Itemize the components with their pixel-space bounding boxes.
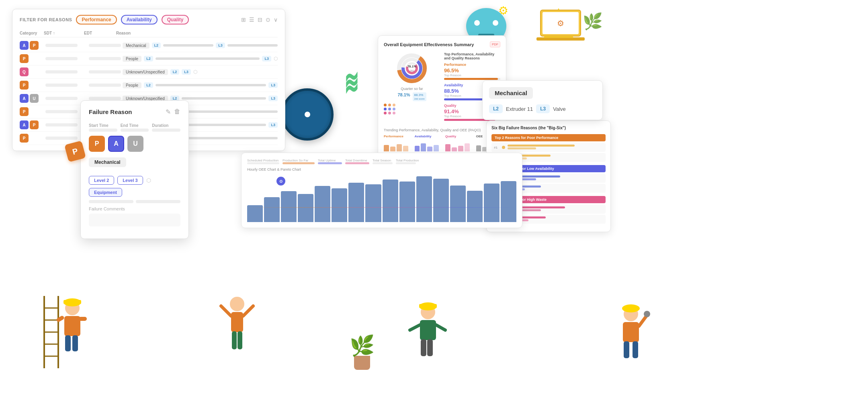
edt-bar [89, 84, 121, 87]
reason-people: People [123, 56, 141, 62]
chevron-down-icon[interactable]: ∨ [274, 16, 278, 23]
decorative-plant: 🌿 [350, 336, 375, 370]
performance-metric: Performance 96.5% Top Reason [444, 63, 500, 80]
filter-tag-availability[interactable]: Availability [121, 15, 158, 24]
perf-dot3 [393, 104, 395, 106]
chart-bar [484, 184, 500, 222]
table-icon[interactable]: ⊟ [258, 16, 262, 23]
sdt-bar [45, 70, 78, 73]
big-six-title: Six Big Failure Reasons (the "Big-Six") [491, 126, 606, 130]
dot-row-perf [384, 104, 440, 106]
badge-p: P [30, 120, 39, 129]
plant-pot [354, 356, 370, 370]
col-category: Category [20, 31, 44, 35]
sdt-bar [45, 123, 78, 126]
filter-tag-quality[interactable]: Quality [162, 15, 189, 24]
duration-bar [152, 129, 180, 132]
col-sdt[interactable]: SDT ↑ [44, 31, 76, 35]
filter-tag-performance[interactable]: Performance [76, 15, 117, 24]
settings-icon[interactable]: ⊙ [266, 16, 270, 23]
trend-section: Trending Performance, Availability, Qual… [384, 128, 500, 151]
svg-rect-10 [536, 37, 585, 41]
chart-bar [348, 183, 364, 222]
big-badge-p: P [89, 136, 105, 152]
chart-bar [315, 186, 330, 222]
duration-label: Duration [152, 123, 168, 128]
trend-bar [397, 144, 402, 151]
equipment-button[interactable]: Equipment [89, 188, 122, 197]
oee-job-score: 88.3%Job score [413, 92, 426, 101]
l2-bar [182, 97, 266, 100]
trend-bar [452, 147, 457, 151]
reason-people: People [123, 82, 141, 88]
oee-main-val: 78.1% [397, 92, 410, 101]
l3-badge: L3 [216, 43, 225, 48]
table-row: P People L2 L3 [20, 79, 278, 92]
tag-icon: ⬡ [146, 177, 151, 184]
sdt-bar [45, 44, 78, 47]
end-time-col: End Time [121, 121, 149, 132]
edt-bar [89, 70, 121, 73]
table-row: Q Unknown/Unspecified L2 L3 ⬡ [20, 65, 278, 79]
col-edt: EDT [84, 31, 116, 35]
perf-section-header: Top 2 Reasons for Poor Performance [491, 134, 606, 141]
level2-value-bar [89, 200, 133, 203]
svg-line-39 [410, 325, 420, 330]
comments-input[interactable] [89, 214, 180, 226]
chart-title: Hourly OEE Chart & Pareto Chart [247, 167, 516, 171]
popup-header: Failure Reason ✎ 🗑 [89, 108, 180, 116]
metric-uptime: Total Uptime [318, 159, 342, 164]
badge-p: P [20, 54, 29, 63]
l2-bar [156, 57, 260, 60]
pdf-badge[interactable]: PDF [490, 41, 500, 47]
popup-badges-row: P A U [89, 136, 180, 152]
row-badges: Q [20, 67, 44, 76]
level3-button[interactable]: Level 3 [117, 176, 143, 185]
trend-bar [434, 145, 439, 151]
trend-bar [415, 146, 420, 151]
start-time-label: Start Time [89, 123, 108, 128]
sdt-bar [45, 97, 78, 100]
l2-bar [156, 84, 266, 86]
l3-badge: L3 [268, 96, 278, 101]
svg-rect-35 [419, 304, 437, 308]
svg-rect-36 [420, 320, 436, 340]
robot-right-eye [493, 20, 498, 26]
time-row: Start Time End Time Duration [89, 121, 180, 132]
level2-button[interactable]: Level 2 [89, 176, 114, 185]
svg-rect-38 [427, 339, 433, 356]
l2-badge: L2 [152, 43, 161, 48]
svg-rect-44 [624, 341, 629, 358]
badge-u: U [30, 94, 39, 103]
trend-bar [465, 143, 470, 151]
table-header: Category SDT ↑ EDT Reason [20, 29, 278, 37]
sdt-bar [45, 137, 78, 140]
svg-text:78.1%: 78.1% [407, 65, 417, 68]
mechanical-tag: Mechanical [489, 87, 533, 99]
l2-badge: L2 [144, 56, 153, 61]
svg-text:⚙: ⚙ [557, 19, 564, 28]
perf-label: Performance [444, 63, 500, 67]
metric-production-so-far: Production So Far [283, 159, 315, 164]
edit-icon[interactable]: ✎ [166, 108, 171, 116]
badge-a: A [20, 94, 29, 103]
metric-bar [247, 162, 279, 164]
table-row: P People L2 L3 ⬡ [20, 52, 278, 65]
badge-p: P [30, 41, 39, 50]
floating-badge: ⊙ [276, 177, 285, 186]
reason-bars [508, 145, 603, 150]
trend-perf-label: Performance [384, 135, 408, 138]
svg-rect-45 [633, 341, 638, 358]
qual-dot2 [388, 112, 391, 114]
mech-l3-badge: L3 [536, 104, 550, 113]
delete-icon[interactable]: 🗑 [174, 108, 180, 116]
badge-p: P [20, 107, 29, 116]
failure-reason-popup: Failure Reason ✎ 🗑 Start Time End Time D… [80, 100, 189, 239]
worker-illustration-left [40, 288, 88, 378]
svg-rect-43 [623, 322, 639, 342]
grid-icon[interactable]: ⊞ [241, 16, 246, 23]
list-icon[interactable]: ☰ [249, 16, 254, 23]
big-badge-a: A [108, 136, 124, 152]
metric-label: Total Production [396, 159, 419, 162]
table-row: A P Mechanical L2 L3 [20, 39, 278, 52]
